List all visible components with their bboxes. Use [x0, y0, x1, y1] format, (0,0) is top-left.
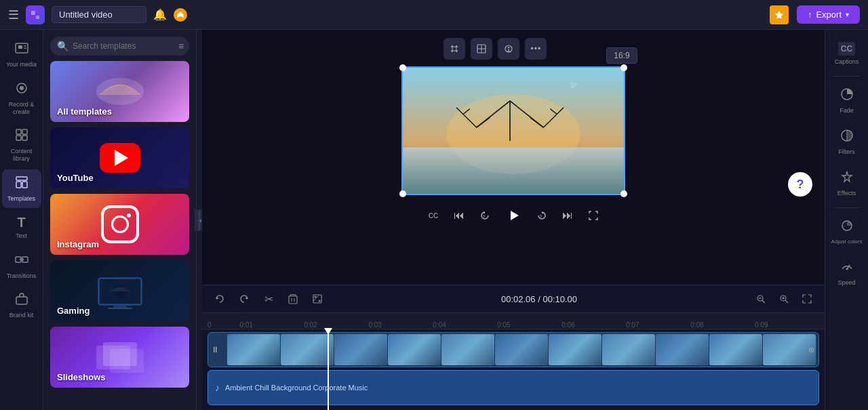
sidebar-item-transitions[interactable]: Transitions	[2, 247, 41, 285]
template-card-all-templates[interactable]: All templates	[50, 61, 189, 122]
right-panel-adjust-colors[interactable]: Adjust colors	[827, 212, 867, 251]
right-panel-fade[interactable]: Fade	[827, 81, 867, 121]
delete-button[interactable]	[283, 289, 302, 308]
main-content: Your media Record & create Content libra…	[0, 30, 868, 410]
ruler-mark: 0:03	[368, 321, 433, 329]
redo-button[interactable]	[235, 289, 254, 308]
crop-handle-tl[interactable]	[399, 64, 406, 71]
template-card-instagram[interactable]: Instagram	[50, 194, 189, 255]
svg-point-85	[846, 268, 848, 270]
audio-track[interactable]: ♪ Ambient Chill Background Corporate Mus…	[208, 370, 819, 405]
zoom-out-button[interactable]	[751, 289, 770, 308]
cut-button[interactable]: ✂	[259, 289, 278, 308]
crop-handle-br[interactable]	[620, 190, 627, 197]
rewind-button[interactable]: 5	[475, 206, 494, 225]
playback-controls: CC ⏮ 5 5 ⏭	[424, 203, 603, 228]
svg-text:5: 5	[540, 214, 542, 218]
ruler-mark: 0:09	[755, 321, 819, 329]
svg-point-71	[319, 300, 321, 302]
svg-rect-63	[289, 296, 297, 304]
svg-marker-62	[245, 297, 248, 300]
svg-rect-12	[16, 129, 21, 134]
svg-rect-40	[403, 147, 624, 194]
sidebar-label-record-create: Record & create	[5, 101, 39, 116]
layout-tool-button[interactable]	[471, 38, 492, 60]
menu-icon[interactable]: ☰	[8, 7, 19, 22]
sidebar-label-text: Text	[16, 232, 27, 240]
track-thumbnail	[334, 334, 387, 365]
timeline-toolbar: ✂ 00:02.06 / 00:10.00	[202, 285, 825, 313]
export-button[interactable]: ↑ Export ▾	[797, 5, 860, 24]
track-thumbnail	[709, 334, 762, 365]
crop-handle-bl[interactable]	[399, 190, 406, 197]
panel-resize-handle[interactable]: ◂	[197, 30, 202, 410]
sidebar-item-text[interactable]: T Text	[2, 209, 41, 245]
track-thumbnail	[441, 334, 494, 365]
right-sidebar: CC Captions Fade Filters Effects	[825, 30, 868, 410]
auto-save-icon: 🔔	[153, 8, 167, 21]
search-input[interactable]	[73, 41, 174, 51]
instagram-icon	[101, 205, 139, 243]
sidebar-item-brand-kit[interactable]: Brand kit	[2, 286, 41, 325]
content-library-icon	[14, 127, 29, 146]
skip-forward-button[interactable]: ⏭	[558, 206, 577, 225]
audio-tool-button[interactable]	[498, 38, 519, 60]
playhead	[328, 329, 329, 410]
template-card-gaming[interactable]: Gaming	[50, 260, 189, 321]
fullscreen-button[interactable]	[584, 206, 603, 225]
help-button[interactable]: ?	[788, 172, 812, 197]
track-thumbnail	[602, 334, 655, 365]
pause-icon: ⏸	[211, 345, 219, 354]
template-card-slideshows[interactable]: Slideshows	[50, 327, 189, 388]
svg-rect-13	[22, 129, 27, 134]
premium-icon[interactable]	[770, 5, 789, 24]
timeline: ✂ 00:02.06 / 00:10.00	[202, 285, 825, 410]
right-panel-filters[interactable]: Filters	[827, 122, 867, 162]
track-thumbnail	[388, 334, 441, 365]
undo-button[interactable]	[210, 289, 229, 308]
video-track[interactable]: ⏸ ⊛	[208, 332, 819, 367]
more-options-button[interactable]: •••	[525, 38, 547, 60]
expand-timeline-button[interactable]	[797, 289, 816, 308]
sidebar-item-content-library[interactable]: Content library	[2, 122, 41, 168]
ruler-mark: 0:08	[690, 321, 755, 329]
right-panel-speed[interactable]: Speed	[827, 253, 867, 293]
svg-rect-31	[452, 47, 456, 51]
svg-rect-27	[108, 308, 132, 309]
svg-rect-15	[22, 136, 27, 140]
fast-forward-button[interactable]: 5	[532, 206, 551, 225]
right-panel-effects[interactable]: Effects	[827, 163, 867, 203]
audio-track-label: Ambient Chill Background Corporate Music	[225, 384, 368, 392]
right-panel-captions[interactable]: CC Captions	[827, 35, 867, 72]
transitions-icon	[14, 252, 29, 270]
sidebar-item-your-media[interactable]: Your media	[2, 35, 41, 74]
your-media-icon	[14, 41, 29, 59]
crown-badge	[174, 8, 187, 22]
clip-options-button[interactable]	[308, 289, 327, 308]
sidebar-label-your-media: Your media	[6, 61, 37, 68]
sidebar-item-record-create[interactable]: Record & create	[2, 75, 41, 121]
play-button[interactable]	[501, 203, 526, 228]
crop-tool-button[interactable]	[443, 38, 465, 60]
track-thumbnail	[656, 334, 709, 365]
captions-label: Captions	[835, 58, 859, 65]
project-name[interactable]: Untitled video	[52, 6, 146, 23]
crop-handle-tr[interactable]	[620, 64, 627, 71]
video-frame: 🕊	[403, 68, 624, 194]
slideshows-icon	[93, 339, 147, 376]
skip-backward-button[interactable]: ⏮	[450, 206, 469, 225]
captions-button[interactable]: CC	[424, 206, 443, 225]
templates-panel: 🔍 ≡ All templates	[43, 30, 197, 410]
track-thumbnail	[495, 334, 548, 365]
filter-icon[interactable]: ≡	[178, 41, 184, 52]
template-card-youtube[interactable]: YouTube	[50, 127, 189, 188]
template-list: All templates YouTube I	[43, 61, 196, 410]
sidebar-item-templates[interactable]: Templates	[2, 169, 41, 208]
ruler-mark: 0:02	[304, 321, 368, 329]
svg-rect-19	[16, 257, 21, 262]
text-icon: T	[17, 215, 25, 230]
svg-rect-16	[16, 177, 27, 180]
svg-rect-17	[16, 182, 21, 188]
aspect-ratio-button[interactable]: 16:9	[606, 47, 637, 64]
zoom-in-button[interactable]	[774, 289, 793, 308]
